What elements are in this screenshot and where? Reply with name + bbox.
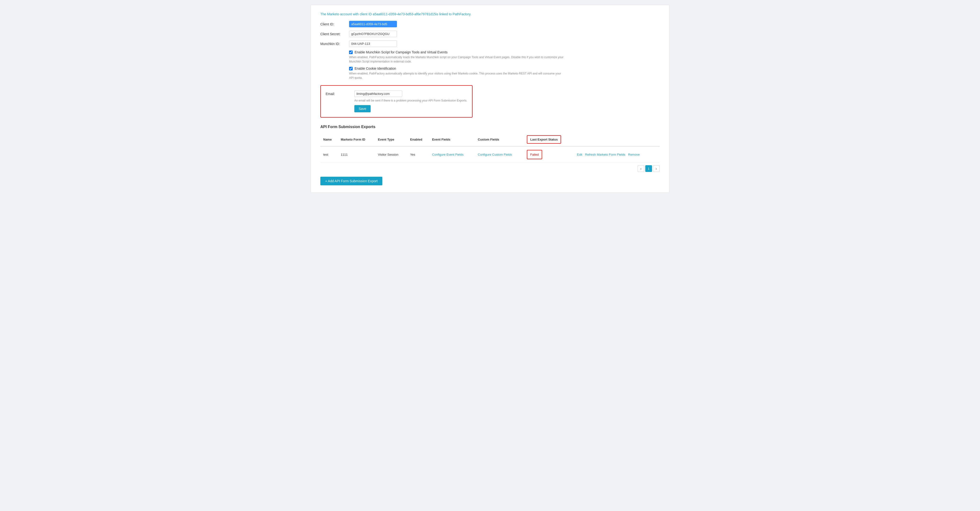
th-marketo-form-id: Marketo Form ID bbox=[338, 133, 375, 146]
client-secret-row: Client Secret: bbox=[320, 30, 660, 37]
save-button[interactable]: Save bbox=[354, 105, 371, 112]
email-desc: An email will be sent if there is a prob… bbox=[354, 99, 467, 102]
next-page-button[interactable]: › bbox=[653, 165, 660, 172]
client-id-input[interactable] bbox=[349, 21, 397, 27]
munchkin-id-input[interactable] bbox=[349, 40, 397, 47]
current-page-button[interactable]: 1 bbox=[645, 165, 652, 172]
client-secret-label: Client Secret: bbox=[320, 32, 349, 36]
th-event-fields: Event Fields bbox=[429, 133, 475, 146]
status-failed-text: Failed bbox=[530, 153, 539, 156]
edit-button[interactable]: Edit bbox=[576, 153, 583, 156]
email-row: Email: bbox=[326, 91, 467, 97]
pagination: ‹ 1 › bbox=[320, 165, 660, 172]
table-header-row: Name Marketo Form ID Event Type Enabled … bbox=[320, 133, 660, 146]
cell-marketo-form-id: 1111 bbox=[338, 146, 375, 163]
section-title: API Form Submission Exports bbox=[320, 125, 660, 129]
page-container: The Marketo account with client ID a5aa6… bbox=[310, 5, 670, 193]
cell-actions: Edit Refresh Marketo Form Fields Remove bbox=[573, 146, 660, 163]
cell-custom-fields: Configure Custom Fields bbox=[475, 146, 524, 163]
th-name: Name bbox=[320, 133, 338, 146]
munchkin-id-row: Munchkin ID: bbox=[320, 40, 660, 47]
th-actions bbox=[573, 133, 660, 146]
configure-event-fields-link[interactable]: Configure Event Fields bbox=[432, 153, 464, 156]
last-export-status-header: Last Export Status bbox=[527, 135, 561, 144]
table-header: Name Marketo Form ID Event Type Enabled … bbox=[320, 133, 660, 146]
last-export-status-cell: Failed bbox=[527, 150, 542, 159]
cell-event-fields: Configure Event Fields bbox=[429, 146, 475, 163]
client-secret-input[interactable] bbox=[349, 30, 397, 37]
refresh-marketo-form-fields-button[interactable]: Refresh Marketo Form Fields bbox=[584, 153, 626, 156]
th-event-type: Event Type bbox=[375, 133, 407, 146]
client-id-label: Client ID: bbox=[320, 22, 349, 26]
th-last-export-status: Last Export Status bbox=[524, 133, 573, 146]
munchkin-script-label: Enable Munchkin Script for Campaign Tool… bbox=[355, 50, 448, 54]
remove-button[interactable]: Remove bbox=[627, 153, 641, 156]
email-section: Email: An email will be sent if there is… bbox=[320, 85, 473, 118]
munchkin-script-desc: When enabled, PathFactory automatically … bbox=[349, 55, 565, 64]
configure-custom-fields-link[interactable]: Configure Custom Fields bbox=[478, 153, 512, 156]
cookie-id-checkbox[interactable] bbox=[349, 67, 353, 70]
email-label: Email: bbox=[326, 92, 354, 96]
munchkin-script-section: Enable Munchkin Script for Campaign Tool… bbox=[349, 50, 660, 64]
exports-table: Name Marketo Form ID Event Type Enabled … bbox=[320, 133, 660, 163]
cookie-id-label: Enable Cookie Identification bbox=[355, 67, 396, 70]
prev-page-button[interactable]: ‹ bbox=[638, 165, 644, 172]
table-body: test 1111 Visitor Session Yes Configure … bbox=[320, 146, 660, 163]
cookie-id-section: Enable Cookie Identification When enable… bbox=[349, 67, 660, 80]
munchkin-script-checkbox[interactable] bbox=[349, 51, 353, 54]
email-input[interactable] bbox=[354, 91, 402, 97]
cookie-id-checkbox-row: Enable Cookie Identification bbox=[349, 67, 660, 70]
th-custom-fields: Custom Fields bbox=[475, 133, 524, 146]
client-id-row: Client ID: bbox=[320, 21, 660, 27]
cell-last-export-status: Failed bbox=[524, 146, 573, 163]
cell-name: test bbox=[320, 146, 338, 163]
cell-enabled: Yes bbox=[407, 146, 429, 163]
munchkin-id-label: Munchkin ID: bbox=[320, 42, 349, 46]
cookie-id-desc: When enabled, PathFactory automatically … bbox=[349, 71, 565, 80]
add-api-form-submission-export-button[interactable]: + Add API Form Submission Export bbox=[320, 177, 382, 185]
cell-event-type: Visitor Session bbox=[375, 146, 407, 163]
linked-message: The Marketo account with client ID a5aa6… bbox=[320, 12, 660, 16]
munchkin-script-checkbox-row: Enable Munchkin Script for Campaign Tool… bbox=[349, 50, 660, 54]
th-enabled: Enabled bbox=[407, 133, 429, 146]
table-row: test 1111 Visitor Session Yes Configure … bbox=[320, 146, 660, 163]
